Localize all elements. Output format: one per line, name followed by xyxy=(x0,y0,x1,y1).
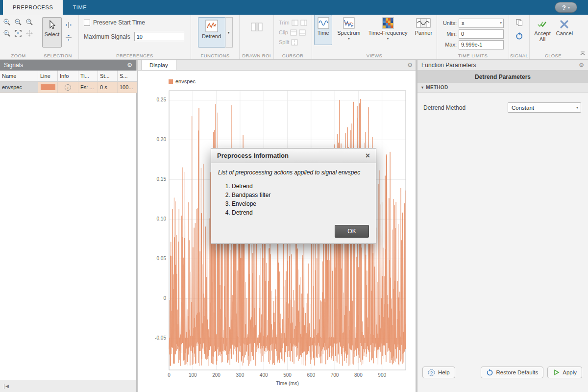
units-value: s xyxy=(462,20,465,26)
column-header[interactable]: S... xyxy=(118,71,137,82)
apply-button[interactable]: Apply xyxy=(547,367,582,378)
zoom-out-button[interactable] xyxy=(13,17,23,27)
tab-display[interactable]: Display xyxy=(141,60,176,70)
units-select[interactable]: s ▾ xyxy=(459,19,504,28)
detrend-function-button[interactable]: Detrend xyxy=(198,17,225,48)
signal-samples-cell[interactable]: 100... xyxy=(118,82,137,93)
column-header[interactable]: Info xyxy=(58,71,78,82)
zoom-in-icon xyxy=(3,18,11,26)
signals-table-header: NameLineInfoTi...St...S... xyxy=(0,71,136,82)
panner-button[interactable]: Panner xyxy=(413,15,435,45)
horizontal-region-button[interactable] xyxy=(64,20,74,30)
undo-arrow-icon xyxy=(515,32,523,40)
units-label: Units: xyxy=(440,20,457,26)
gear-icon[interactable]: ⚙ xyxy=(127,62,132,69)
signal-start-cell[interactable]: 0 s xyxy=(98,82,118,93)
signals-panel-footer: ◀ xyxy=(0,380,136,392)
section-label-functions: FUNCTIONS xyxy=(191,53,239,58)
column-header[interactable]: Line xyxy=(38,71,58,82)
tab-time[interactable]: TIME xyxy=(63,0,97,15)
signals-panel-header: Signals ⚙ xyxy=(0,60,136,71)
zoom-x-button[interactable] xyxy=(2,28,12,38)
y-tick-label: -0.05 xyxy=(155,335,166,341)
x-tick-label: 0 xyxy=(168,372,171,378)
drawn-roi-icon xyxy=(250,22,263,32)
pan-icon xyxy=(25,29,33,37)
signals-table: NameLineInfoTi...St...S... envspec i Fs:… xyxy=(0,71,136,93)
ok-label: OK xyxy=(347,228,356,235)
signals-panel: Signals ⚙ NameLineInfoTi...St...S... env… xyxy=(0,60,137,392)
signal-time-cell[interactable]: Fs: ... xyxy=(78,82,98,93)
select-button[interactable]: Select xyxy=(42,17,62,48)
x-tick-label: 400 xyxy=(260,372,268,378)
method-section-header[interactable]: ▾ METHOD xyxy=(417,83,588,93)
maximum-signals-input[interactable] xyxy=(134,32,184,41)
legend-swatch xyxy=(169,79,173,84)
time-view-icon xyxy=(318,17,329,29)
detrend-button-label: Detrend xyxy=(202,33,221,39)
trim-icon xyxy=(292,20,298,26)
preserve-start-time-checkbox[interactable] xyxy=(84,20,90,26)
help-label: Help xyxy=(438,369,450,375)
tab-preprocess[interactable]: PREPROCESS xyxy=(3,0,63,15)
gear-icon[interactable]: ⚙ xyxy=(579,62,584,69)
close-icon[interactable]: × xyxy=(366,152,370,160)
chevron-down-icon: ▾ xyxy=(227,30,229,35)
cancel-button[interactable]: Cancel xyxy=(554,17,575,48)
ribbon-section-views: Time Spectrum ▾ Time-Frequency xyxy=(312,15,437,59)
max-input[interactable] xyxy=(459,40,504,49)
collapse-panel-button[interactable]: ◀ xyxy=(5,384,9,389)
help-button[interactable]: ? ▾ xyxy=(555,2,577,13)
min-input[interactable] xyxy=(459,29,504,39)
zoom-y-button[interactable] xyxy=(24,17,34,27)
select-button-label: Select xyxy=(45,31,60,37)
time-frequency-view-icon xyxy=(382,17,394,29)
dialog-title-bar[interactable]: Preprocess Information × xyxy=(211,148,376,163)
zoom-y-icon xyxy=(25,18,33,26)
time-view-button[interactable]: Time xyxy=(314,15,332,45)
signal-info-cell[interactable]: i xyxy=(58,82,78,93)
info-icon[interactable]: i xyxy=(65,84,71,91)
vertical-region-button[interactable] xyxy=(64,33,74,43)
x-tick-label: 900 xyxy=(378,372,386,378)
ribbon-section-selection: Select SELECTION xyxy=(37,15,79,59)
detrend-method-label: Detrend Method xyxy=(423,104,466,111)
x-tick-label: 800 xyxy=(354,372,363,378)
section-label-signal: SIGNAL xyxy=(509,53,529,58)
apply-label: Apply xyxy=(563,369,577,375)
duplicate-signal-button[interactable] xyxy=(514,18,524,27)
x-tick-label: 700 xyxy=(331,372,339,378)
collapse-ribbon-button[interactable] xyxy=(580,50,586,57)
split-icon xyxy=(291,39,298,46)
column-header[interactable]: Ti... xyxy=(78,71,98,82)
gear-icon[interactable]: ⚙ xyxy=(407,62,413,69)
pan-button[interactable] xyxy=(24,28,34,38)
section-label-selection: SELECTION xyxy=(37,53,78,58)
ok-button[interactable]: OK xyxy=(335,225,369,238)
column-header[interactable]: Name xyxy=(0,71,38,82)
accept-all-button[interactable]: Accept All xyxy=(532,17,553,48)
preserve-start-time-label: Preserve Start Time xyxy=(93,19,145,26)
revert-signal-button[interactable] xyxy=(514,31,524,41)
fit-to-view-button[interactable] xyxy=(13,28,23,38)
restore-defaults-label: Restore Defaults xyxy=(496,369,539,375)
table-row[interactable]: envspec i Fs: ... 0 s 100... xyxy=(0,82,136,93)
zoom-in-button[interactable] xyxy=(2,17,12,27)
chevron-down-icon: ▾ xyxy=(500,21,502,25)
restore-defaults-button[interactable]: Restore Defaults xyxy=(481,367,544,378)
column-header[interactable]: St... xyxy=(98,71,118,82)
dialog-list-item: Envelope xyxy=(232,200,369,207)
signal-name-cell[interactable]: envspec xyxy=(0,82,38,93)
play-icon xyxy=(553,369,560,376)
detrend-method-select[interactable]: Constant ▾ xyxy=(508,102,581,113)
spectrum-view-button[interactable]: Spectrum ▾ xyxy=(334,15,363,45)
help-button[interactable]: ? Help xyxy=(422,367,455,378)
functions-dropdown-button[interactable]: ▾ xyxy=(225,17,233,48)
clip-label: Clip xyxy=(279,29,288,35)
accept-all-label: Accept All xyxy=(533,30,552,42)
signal-line-cell[interactable] xyxy=(38,82,58,93)
min-label: Min: xyxy=(440,31,457,37)
undo-arrow-icon xyxy=(486,369,493,376)
time-frequency-view-button[interactable]: Time-Frequency ▾ xyxy=(365,15,410,45)
dialog-body: List of preprocessing actions applied to… xyxy=(211,163,376,216)
